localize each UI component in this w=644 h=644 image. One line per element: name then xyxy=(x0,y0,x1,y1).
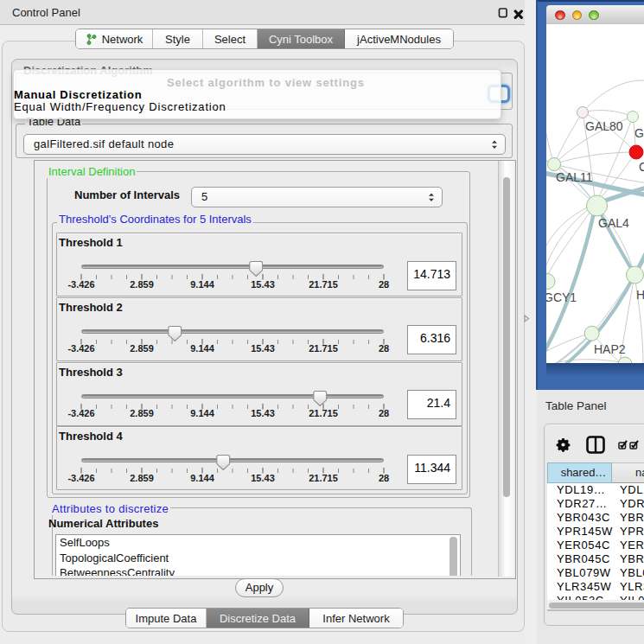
svg-text:GAL11: GAL11 xyxy=(556,170,593,184)
svg-text:GCY1: GCY1 xyxy=(546,290,577,304)
svg-text:C: C xyxy=(639,160,644,174)
svg-text:GA: GA xyxy=(634,126,644,140)
svg-text:GAL80: GAL80 xyxy=(585,119,623,133)
svg-text:HAP2: HAP2 xyxy=(594,342,626,356)
svg-text:HI: HI xyxy=(636,288,644,302)
svg-text:GAL4: GAL4 xyxy=(598,216,629,230)
